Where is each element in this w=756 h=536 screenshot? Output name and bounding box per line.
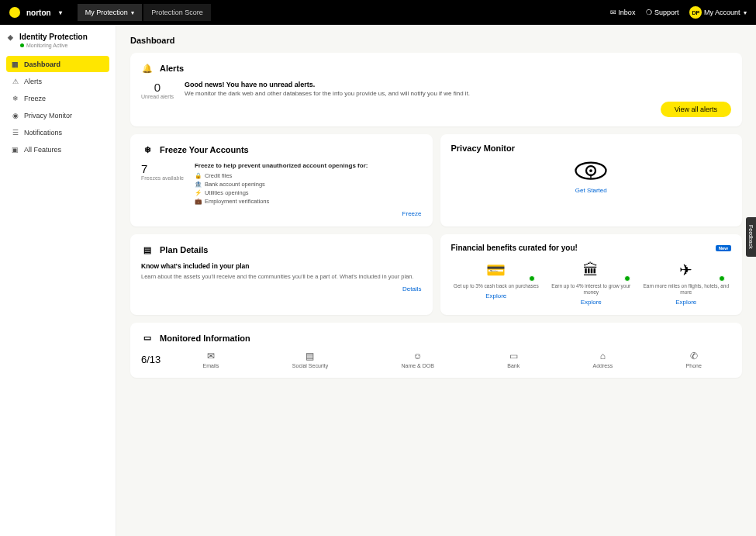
avatar-icon: DP bbox=[689, 6, 702, 19]
view-alerts-button[interactable]: View all alerts bbox=[661, 102, 731, 117]
freeze-count-block: 7 Freezes available bbox=[141, 162, 184, 206]
alert-icon: ⚠ bbox=[11, 77, 19, 85]
account-menu[interactable]: DP My Account ▾ bbox=[689, 6, 747, 19]
tab-protection-score[interactable]: Protection Score bbox=[143, 4, 211, 21]
financial-card: Financial benefits curated for you! New … bbox=[440, 234, 743, 315]
eye-icon: ◉ bbox=[11, 111, 19, 119]
card-icon: ▭ bbox=[507, 351, 520, 361]
monitored-item[interactable]: ⌂Address bbox=[593, 351, 613, 368]
bell-icon: 🔔 bbox=[141, 62, 154, 74]
privacy-get-started-link[interactable]: Get Started bbox=[451, 187, 732, 194]
monitored-item[interactable]: ✆Phone bbox=[686, 351, 702, 368]
check-badge-icon bbox=[624, 275, 630, 282]
sidebar-item-label: Dashboard bbox=[24, 61, 60, 68]
person-icon: ☺ bbox=[401, 351, 433, 361]
main-layout: ◈ Identity Protection Monitoring Active … bbox=[0, 25, 756, 536]
brand[interactable]: norton ▾ bbox=[9, 7, 62, 18]
home-icon: ⌂ bbox=[593, 351, 613, 361]
privacy-card: Privacy Monitor Get Started bbox=[440, 134, 743, 227]
explore-link[interactable]: Explore bbox=[641, 299, 732, 306]
sidebar: ◈ Identity Protection Monitoring Active … bbox=[0, 25, 116, 536]
monitored-item[interactable]: ▭Bank bbox=[507, 351, 520, 368]
freeze-card: ❄ Freeze Your Accounts 7 Freezes availab… bbox=[130, 134, 433, 227]
monitored-count: 6/13 bbox=[141, 354, 161, 365]
freeze-item: 🔒Credit files bbox=[195, 171, 368, 180]
alerts-count-block: 0 Unread alerts bbox=[141, 81, 174, 99]
check-badge-icon bbox=[529, 275, 535, 282]
sidebar-status: Monitoring Active bbox=[20, 43, 109, 48]
sidebar-item-label: Freeze bbox=[24, 95, 46, 102]
plan-headline: Know what's included in your plan bbox=[141, 262, 422, 270]
plan-details-link[interactable]: Details bbox=[141, 285, 422, 292]
apps-icon: ▣ bbox=[11, 145, 19, 154]
sidebar-item-alerts[interactable]: ⚠ Alerts bbox=[6, 73, 109, 89]
sidebar-item-label: Notifications bbox=[24, 129, 62, 137]
header-right: ✉ Inbox ❍ Support DP My Account ▾ bbox=[610, 6, 747, 19]
norton-logo-icon bbox=[9, 7, 20, 18]
monitored-card: ▭ Monitored Information 6/13 ✉Emails ▤So… bbox=[130, 323, 742, 378]
svg-rect-3 bbox=[591, 175, 592, 178]
alerts-desc: We monitor the dark web and other databa… bbox=[185, 90, 731, 97]
briefcase-icon: 💼 bbox=[195, 198, 202, 205]
plan-desc: Learn about the assets you'll receive an… bbox=[141, 273, 422, 281]
tab-my-protection[interactable]: My Protection ▾ bbox=[78, 4, 143, 21]
new-badge: New bbox=[716, 245, 731, 251]
snowflake-icon: ❄ bbox=[141, 144, 154, 156]
financial-item: 🏛 Earn up to 4% interest to grow your mo… bbox=[546, 258, 637, 306]
freeze-item: 🏦Bank account openings bbox=[195, 180, 368, 188]
sidebar-item-notifications[interactable]: ☰ Notifications bbox=[6, 124, 109, 140]
plan-card: ▤ Plan Details Know what's included in y… bbox=[130, 234, 433, 315]
sidebar-item-label: Alerts bbox=[24, 78, 42, 85]
inbox-link[interactable]: ✉ Inbox bbox=[610, 9, 636, 16]
shield-icon: ◈ bbox=[6, 33, 15, 41]
lock-icon: 🔒 bbox=[195, 172, 202, 179]
status-dot-icon bbox=[20, 43, 24, 47]
snowflake-icon: ❄ bbox=[11, 94, 19, 102]
monitored-item[interactable]: ▤Social Security bbox=[292, 351, 328, 368]
list-icon: ☰ bbox=[11, 128, 19, 137]
feedback-tab[interactable]: Feedback bbox=[746, 217, 756, 257]
financial-item: 💳 Get up to 3% cash back on purchases Ex… bbox=[451, 258, 542, 306]
chevron-down-icon: ▾ bbox=[59, 9, 62, 16]
sidebar-item-dashboard[interactable]: ▦ Dashboard bbox=[6, 56, 109, 72]
content-area: Dashboard 🔔 Alerts 0 Unread alerts Good … bbox=[116, 25, 756, 536]
alerts-headline: Good news! You have no unread alerts. bbox=[185, 81, 731, 88]
grid-icon: ▦ bbox=[11, 60, 19, 68]
freeze-count-label: Freezes available bbox=[141, 175, 184, 181]
freeze-link[interactable]: Freeze bbox=[141, 210, 422, 217]
alerts-count-label: Unread alerts bbox=[141, 94, 174, 99]
svg-point-2 bbox=[589, 169, 592, 172]
email-icon: ✉ bbox=[202, 351, 219, 361]
freeze-item: 💼Employment verifications bbox=[195, 197, 368, 206]
chevron-down-icon: ▾ bbox=[744, 9, 747, 16]
freeze-count: 7 bbox=[141, 162, 184, 175]
help-icon: ❍ bbox=[646, 9, 652, 16]
bank-icon: 🏦 bbox=[195, 181, 202, 188]
financial-item: ✈ Earn more miles on flights, hotels, an… bbox=[641, 258, 732, 306]
sidebar-item-label: Privacy Monitor bbox=[24, 112, 72, 119]
freeze-list: Freeze to help prevent unauthorized acco… bbox=[195, 162, 368, 206]
brand-label: norton bbox=[26, 9, 51, 17]
freeze-headline: Freeze to help prevent unauthorized acco… bbox=[195, 162, 368, 169]
plug-icon: ⚡ bbox=[195, 189, 202, 196]
check-badge-icon bbox=[719, 275, 725, 282]
alerts-header: 🔔 Alerts bbox=[141, 62, 731, 74]
ssn-icon: ▤ bbox=[292, 351, 328, 361]
monitored-item[interactable]: ☺Name & DOB bbox=[401, 351, 433, 368]
explore-link[interactable]: Explore bbox=[546, 299, 637, 306]
sidebar-item-privacy[interactable]: ◉ Privacy Monitor bbox=[6, 107, 109, 123]
financial-title: Financial benefits curated for you! bbox=[451, 244, 578, 252]
sidebar-item-all-features[interactable]: ▣ All Features bbox=[6, 141, 109, 157]
envelope-icon: ✉ bbox=[610, 9, 616, 16]
explore-link[interactable]: Explore bbox=[451, 292, 542, 299]
support-link[interactable]: ❍ Support bbox=[646, 9, 678, 16]
id-card-icon: ▭ bbox=[141, 332, 154, 344]
alerts-card: 🔔 Alerts 0 Unread alerts Good news! You … bbox=[130, 53, 742, 126]
top-tabs: My Protection ▾ Protection Score bbox=[78, 4, 211, 21]
sidebar-title: ◈ Identity Protection bbox=[6, 33, 109, 41]
monitored-item[interactable]: ✉Emails bbox=[202, 351, 219, 368]
alerts-text: Good news! You have no unread alerts. We… bbox=[185, 81, 731, 117]
phone-icon: ✆ bbox=[686, 351, 702, 361]
app-header: norton ▾ My Protection ▾ Protection Scor… bbox=[0, 0, 756, 25]
sidebar-item-freeze[interactable]: ❄ Freeze bbox=[6, 90, 109, 106]
